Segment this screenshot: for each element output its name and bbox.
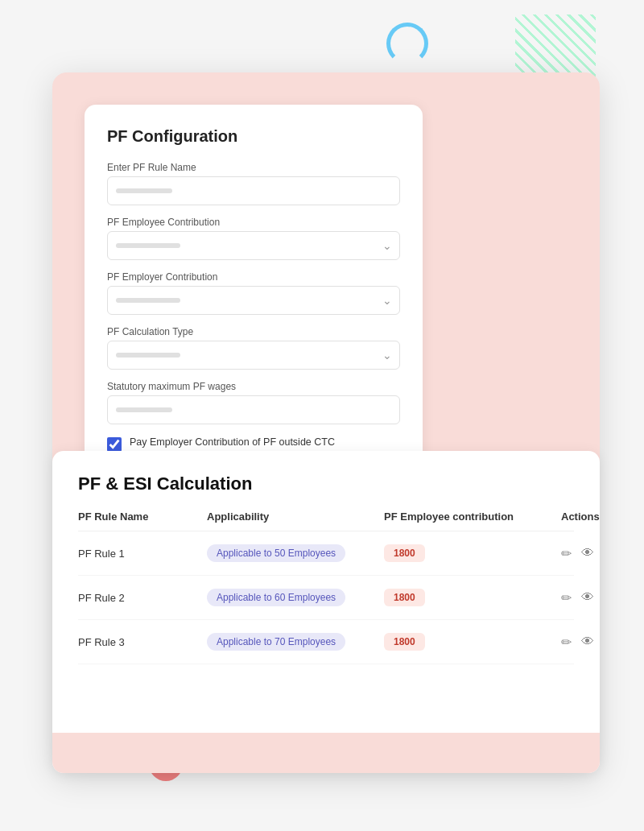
pay-employer-contribution-label: Pay Employer Contribution of PF outside … [130, 436, 335, 450]
applicability-2: Applicable to 60 Employees [207, 589, 384, 606]
pf-rules-table: PF Rule Name Applicability PF Employee c… [78, 511, 574, 664]
statutory-wages-label: Statutory maximum PF wages [107, 381, 400, 392]
applicability-badge-2: Applicable to 60 Employees [207, 589, 345, 606]
statutory-wages-group: Statutory maximum PF wages [107, 381, 400, 424]
contribution-badge-1: 1800 [384, 544, 425, 562]
employer-contribution-select[interactable] [107, 286, 400, 315]
employee-contribution-select[interactable] [107, 231, 400, 260]
actions-3: ✏ 👁 [561, 635, 625, 650]
spinner-icon [386, 23, 428, 64]
rule-name-3: PF Rule 3 [78, 636, 207, 648]
calculation-type-select[interactable] [107, 341, 400, 370]
pf-esi-calculation-card: PF & ESI Calculation PF Rule Name Applic… [52, 451, 600, 773]
calculation-type-label: PF Calculation Type [107, 326, 400, 337]
employer-contribution-label: PF Employer Contribution [107, 271, 400, 283]
employer-contribution-group: PF Employer Contribution ⌄ [107, 271, 400, 315]
view-icon[interactable]: 👁 [581, 635, 594, 649]
rule-name-2: PF Rule 2 [78, 592, 207, 604]
applicability-3: Applicable to 70 Employees [207, 633, 384, 651]
applicability-badge-3: Applicable to 70 Employees [207, 633, 345, 651]
col-header-contribution: PF Employee contribution [384, 511, 561, 523]
contribution-badge-2: 1800 [384, 589, 425, 606]
card-footer [52, 733, 600, 773]
table-header: PF Rule Name Applicability PF Employee c… [78, 511, 574, 531]
contribution-3: 1800 [384, 633, 561, 651]
pay-employer-contribution-checkbox[interactable] [107, 437, 122, 452]
rule-name-1: PF Rule 1 [78, 548, 207, 560]
table-row: PF Rule 1 Applicable to 50 Employees 180… [78, 531, 574, 576]
config-title: PF Configuration [107, 127, 400, 146]
employee-contribution-group: PF Employee Contribution ⌄ [107, 217, 400, 260]
actions-2: ✏ 👁 [561, 590, 625, 606]
statutory-wages-input[interactable] [107, 395, 400, 424]
table-row: PF Rule 3 Applicable to 70 Employees 180… [78, 620, 574, 664]
table-row: PF Rule 2 Applicable to 60 Employees 180… [78, 576, 574, 620]
rule-name-input[interactable] [107, 176, 400, 205]
view-icon[interactable]: 👁 [581, 590, 594, 605]
calc-title: PF & ESI Calculation [78, 473, 574, 494]
contribution-2: 1800 [384, 589, 561, 606]
edit-icon[interactable]: ✏ [561, 590, 572, 606]
decorative-stripes [515, 14, 596, 79]
col-header-actions: Actions [561, 511, 625, 523]
actions-1: ✏ 👁 [561, 546, 625, 561]
edit-icon[interactable]: ✏ [561, 546, 572, 561]
rule-name-label: Enter PF Rule Name [107, 162, 400, 173]
main-wrapper: PF Configuration Enter PF Rule Name PF E… [52, 72, 600, 773]
applicability-badge-1: Applicable to 50 Employees [207, 544, 345, 562]
rule-name-group: Enter PF Rule Name [107, 162, 400, 205]
edit-icon[interactable]: ✏ [561, 635, 572, 650]
contribution-1: 1800 [384, 544, 561, 562]
checkbox-group-1: Pay Employer Contribution of PF outside … [107, 436, 400, 452]
applicability-1: Applicable to 50 Employees [207, 544, 384, 562]
calculation-type-group: PF Calculation Type ⌄ [107, 326, 400, 370]
contribution-badge-3: 1800 [384, 633, 425, 651]
col-header-applicability: Applicability [207, 511, 384, 523]
employee-contribution-label: PF Employee Contribution [107, 217, 400, 228]
view-icon[interactable]: 👁 [581, 546, 594, 560]
col-header-rule-name: PF Rule Name [78, 511, 207, 523]
